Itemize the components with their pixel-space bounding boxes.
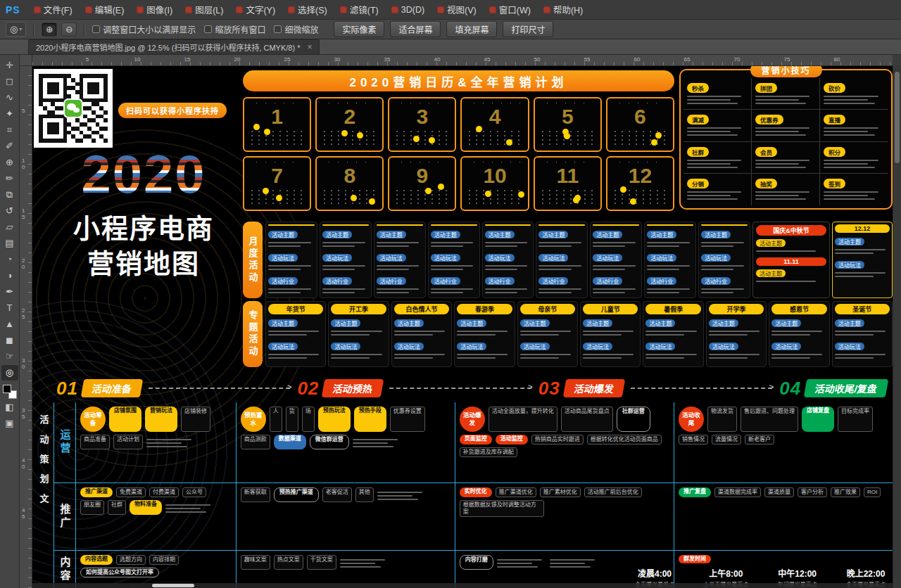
activity-card: 618年中大促活动主题活动玩法活动行业	[536, 222, 588, 298]
menu-item[interactable]: 窗口(W)	[483, 0, 537, 19]
card-section: 活动行业	[647, 274, 693, 295]
tip-cell: 积分	[820, 142, 888, 174]
text-line	[771, 357, 810, 359]
menu-item[interactable]: 3D(D)	[385, 0, 431, 19]
menu-item[interactable]: 图像(I)	[130, 0, 179, 19]
timeline-time: 上午8:00	[703, 567, 748, 579]
checkbox-icon	[274, 25, 282, 33]
flow-node: 推广素材优化	[540, 487, 581, 497]
card-section-label: 活动主题	[583, 319, 612, 327]
move-tool[interactable]: ✛	[1, 58, 18, 73]
shape-tool[interactable]: ◼	[1, 333, 18, 348]
zoom-in-button[interactable]: ⊕	[42, 23, 57, 37]
zoom-preset-button[interactable]: 实际像素	[334, 21, 384, 37]
flow-node: 商品准备	[80, 435, 110, 449]
stage-header: 01活动准备	[56, 378, 141, 400]
flow-node: 社群	[108, 500, 126, 515]
quick-selection-tool[interactable]: ✦	[1, 106, 18, 122]
foreground-color-swatch[interactable]	[3, 385, 11, 393]
tip-text-lines	[755, 160, 816, 168]
hand-tool[interactable]: ☞	[1, 349, 18, 364]
calendar-highlight-date	[276, 195, 282, 201]
ruler-horizontal[interactable]: 5101520253035404550556065707580	[32, 55, 893, 66]
calendar-banner: 2020营销日历&全年营销计划	[243, 70, 674, 91]
view-option-checkbox[interactable]: 缩放所有窗口	[204, 23, 265, 35]
activity-card: 元宵节活动主题活动玩法活动行业	[265, 222, 317, 298]
zoom-tool[interactable]: ◎	[1, 365, 18, 381]
card-section-label: 活动主题	[322, 231, 352, 238]
menu-item[interactable]: 滤镜(T)	[334, 0, 385, 19]
view-option-checkbox[interactable]: 细微缩放	[274, 23, 318, 35]
strip-char: 划	[39, 471, 49, 485]
crop-tool[interactable]: ⌗	[1, 122, 18, 138]
quick-mask-button[interactable]: ◧	[1, 400, 18, 415]
menu-item[interactable]: 视图(V)	[431, 0, 483, 19]
document-tab[interactable]: 2020小程序电商营销地图.jpg @ 12.5% (扫码可以获得小程序扶持, …	[28, 39, 320, 54]
text-line	[377, 292, 409, 293]
menu-item[interactable]: 文字(Y)	[229, 0, 282, 19]
menu-item[interactable]: 编辑(E)	[79, 0, 131, 19]
tab-close-icon[interactable]: ×	[307, 42, 312, 52]
path-select-tool[interactable]: ▲	[1, 317, 18, 332]
text-line	[538, 242, 581, 243]
text-line	[520, 334, 559, 335]
vertical-scrollbar-thumb[interactable]	[895, 72, 900, 163]
menu-item[interactable]: 图层(L)	[179, 0, 229, 19]
brush-tool[interactable]: ✏	[1, 171, 18, 186]
card-section-label: 活动玩法	[538, 254, 568, 262]
text-line	[824, 191, 878, 193]
color-swatches[interactable]	[3, 385, 17, 399]
gradient-tool[interactable]: ▤	[1, 236, 18, 251]
activity-card-title: 母亲节	[520, 304, 575, 314]
calendar-highlight-date	[425, 188, 431, 194]
type-tool[interactable]: T	[1, 300, 18, 316]
menu-item-icon	[340, 6, 347, 13]
view-option-checkbox[interactable]: 调整窗口大小以满屏显示	[92, 23, 196, 35]
zoom-tool-preset[interactable]: ◎ ▾	[6, 22, 26, 37]
zoom-preset-button[interactable]: 适合屏幕	[390, 21, 441, 37]
text-line	[687, 127, 741, 129]
dodge-tool[interactable]: ◑	[1, 268, 18, 283]
zoom-out-button[interactable]: ⊖	[61, 23, 77, 37]
text-line	[431, 265, 474, 267]
card-section-label: 活动行业	[485, 277, 515, 285]
vertical-scrollbar[interactable]	[893, 66, 901, 588]
blur-tool[interactable]: ◔	[1, 252, 18, 267]
tip-text-lines	[824, 96, 885, 104]
history-brush-tool[interactable]: ↺	[1, 203, 18, 219]
canvas[interactable]: 扫码可以获得小程序扶持 2020 小程序电商 营销地图 2020营销日历&全年营…	[32, 66, 893, 588]
healing-brush-tool[interactable]: ⊕	[1, 155, 18, 170]
menu-item[interactable]: 选择(S)	[282, 0, 334, 19]
flow-node: 内容选题	[80, 555, 113, 565]
text-line	[687, 191, 741, 193]
horizontal-scrollbar[interactable]	[32, 583, 893, 588]
activity-card-title: 情人节	[322, 224, 369, 226]
lasso-tool[interactable]: ∿	[1, 90, 18, 106]
ruler-vertical[interactable]: 51015202530354045	[20, 66, 32, 588]
screen-mode-button[interactable]: ▣	[1, 416, 18, 431]
eraser-tool[interactable]: ▱	[1, 219, 18, 235]
zoom-preset-button[interactable]: 填充屏幕	[446, 21, 497, 37]
horizontal-scrollbar-thumb[interactable]	[152, 584, 194, 587]
menu-item[interactable]: 文件(F)	[27, 0, 79, 19]
calendar-days	[466, 188, 523, 207]
card-section: 活动玩法	[709, 339, 764, 361]
card-section: 活动主题	[647, 227, 693, 249]
text-line	[835, 272, 886, 274]
activity-card-title: 愚人节	[431, 224, 477, 226]
poster-title-line1: 小程序电商	[38, 211, 249, 246]
zoom-preset-button[interactable]: 打印尺寸	[503, 21, 553, 37]
text-line	[835, 357, 874, 359]
calendar-days	[393, 129, 450, 148]
stage-number: 01	[56, 378, 78, 400]
pen-tool[interactable]: ✒	[1, 284, 18, 300]
text-line	[824, 127, 878, 129]
ruler-number: 35	[22, 408, 25, 421]
menu-item[interactable]: 帮助(H)	[537, 0, 589, 19]
card-section-label: 活动玩法	[322, 254, 352, 262]
eyedropper-tool[interactable]: ✐	[1, 139, 18, 154]
monthly-activities-band: 月度活动 元宵节活动主题活动玩法活动行业情人节活动主题活动玩法活动行业3.8女神…	[243, 222, 893, 298]
clone-stamp-tool[interactable]: ⧉	[1, 187, 18, 203]
marquee-tool[interactable]: ◻	[1, 74, 18, 89]
menu-item-label: 3D(D)	[401, 5, 424, 15]
